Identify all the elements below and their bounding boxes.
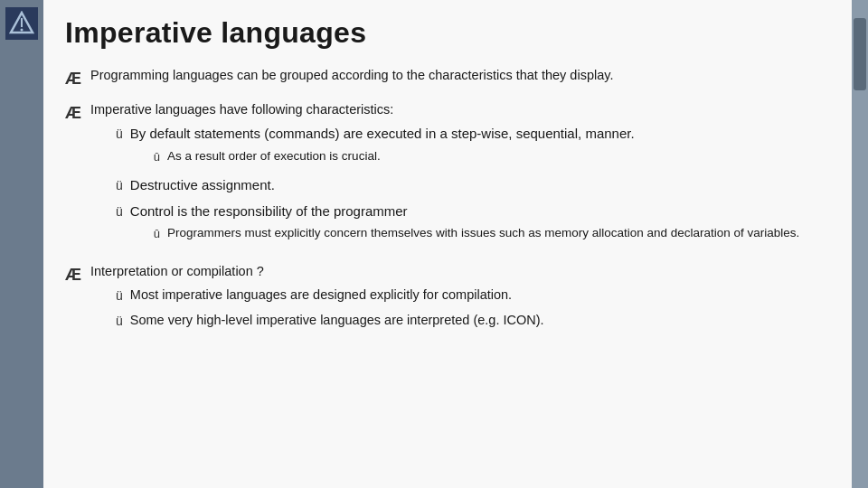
sub-item-3-2: ü Some very high-level imperative langua… [116, 311, 825, 331]
main-content: Imperative languages Æ Programming langu… [43, 0, 852, 488]
sub-item-text-2-1-container: By default statements (commands) are exe… [130, 124, 635, 170]
check-symbol-2-1: ü [116, 125, 123, 144]
bullet-text-2-container: Imperative languages have following char… [90, 100, 825, 253]
right-scrollbar[interactable] [852, 0, 868, 488]
sub-item-2-3: ü Control is the responsibility of the p… [116, 202, 825, 248]
x-symbol-2-3-1: û [154, 225, 160, 243]
scrollbar-thumb[interactable] [854, 18, 866, 90]
bullet-text-2: Imperative languages have following char… [90, 102, 393, 117]
sub-sub-text-2-1-1: As a result order of execution is crucia… [167, 147, 381, 165]
bullet-item-3: Æ Interpretation or compilation ? ü Most… [65, 262, 825, 336]
sub-list-2: ü By default statements (commands) are e… [116, 124, 825, 248]
sub-sub-text-2-3-1: Programmers must explicitly concern them… [167, 224, 799, 242]
sub-item-2-1: ü By default statements (commands) are e… [116, 124, 825, 170]
sub-sub-item-2-1-1: û As a result order of execution is cruc… [154, 147, 635, 166]
sub-item-text-3-2: Some very high-level imperative language… [130, 311, 544, 331]
bullet-item-2: Æ Imperative languages have following ch… [65, 100, 825, 253]
sub-item-3-1: ü Most imperative languages are designed… [116, 286, 825, 305]
bullet-item-1: Æ Programming languages can be grouped a… [65, 66, 825, 91]
sub-item-text-2-1: By default statements (commands) are exe… [130, 126, 635, 141]
bullet-text-1: Programming languages can be grouped acc… [90, 66, 825, 86]
logo-box [5, 7, 38, 40]
bullet-symbol-2: Æ [65, 101, 81, 126]
logo-icon [9, 11, 34, 36]
sub-item-text-3-1: Most imperative languages are designed e… [130, 286, 512, 305]
x-symbol-2-1-1: û [154, 148, 160, 166]
check-symbol-2-2: ü [116, 176, 123, 195]
left-sidebar [0, 0, 43, 488]
sub-list-3: ü Most imperative languages are designed… [116, 286, 825, 331]
content-area: Æ Programming languages can be grouped a… [65, 66, 825, 336]
bullet-text-3: Interpretation or compilation ? [90, 264, 264, 278]
sub-item-text-2-2: Destructive assignment. [130, 175, 275, 196]
page-title: Imperative languages [65, 16, 825, 50]
sub-sub-item-2-3-1: û Programmers must explicitly concern th… [154, 224, 800, 243]
bullet-symbol-1: Æ [65, 67, 81, 91]
sub-sub-list-2-1: û As a result order of execution is cruc… [154, 147, 635, 166]
sub-sub-list-2-3: û Programmers must explicitly concern th… [154, 224, 800, 243]
sub-item-text-2-3-container: Control is the responsibility of the pro… [130, 202, 800, 248]
bullet-symbol-3: Æ [65, 263, 81, 287]
sub-item-text-2-3: Control is the responsibility of the pro… [130, 203, 408, 219]
check-symbol-2-3: ü [116, 202, 123, 221]
check-symbol-3-2: ü [116, 312, 123, 331]
sub-item-2-2: ü Destructive assignment. [116, 175, 825, 196]
svg-point-2 [21, 29, 24, 32]
bullet-text-3-container: Interpretation or compilation ? ü Most i… [90, 262, 825, 336]
check-symbol-3-1: ü [116, 286, 123, 305]
